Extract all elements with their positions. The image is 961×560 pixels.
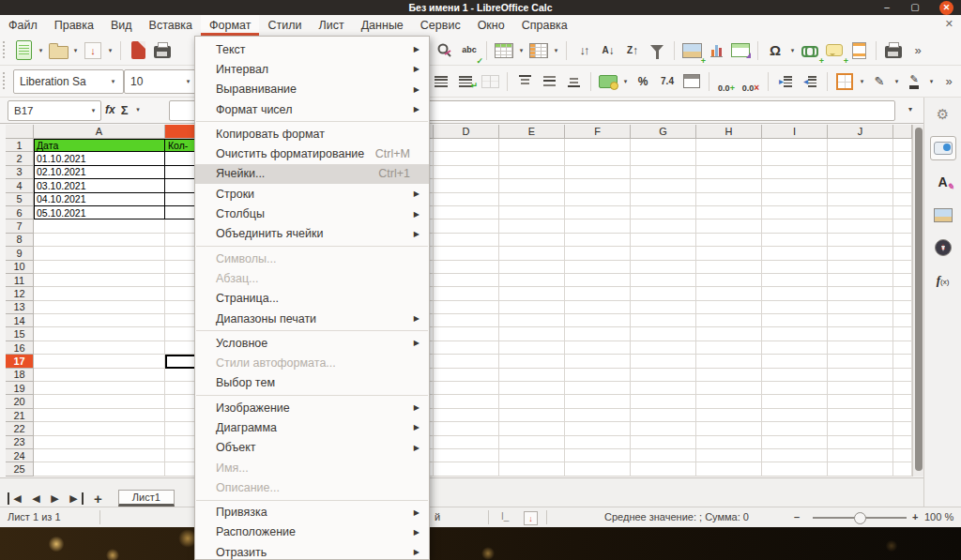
formula-bar-expand[interactable]: ▾ bbox=[908, 105, 912, 114]
cell-E24[interactable] bbox=[499, 449, 565, 462]
save-dropdown-arrow[interactable]: ▾ bbox=[106, 47, 114, 54]
cell-E13[interactable] bbox=[499, 301, 565, 314]
cell-J15[interactable] bbox=[828, 327, 893, 341]
cell-A5[interactable]: 04.10.2021 bbox=[34, 193, 165, 206]
sum-button[interactable]: Σ bbox=[121, 103, 129, 117]
maximize-button[interactable]: ▢ bbox=[908, 1, 922, 14]
font-size-combo[interactable]: 10 ▾ bbox=[124, 69, 199, 94]
currency-dropdown[interactable]: ▾ bbox=[621, 78, 630, 85]
cell-D7[interactable] bbox=[434, 219, 499, 233]
cell-x9[interactable] bbox=[893, 247, 912, 260]
font-name-dropdown[interactable]: ▾ bbox=[109, 78, 117, 85]
cell-G7[interactable] bbox=[631, 219, 696, 233]
add-sheet-button[interactable]: + bbox=[94, 491, 102, 507]
cell-I10[interactable] bbox=[762, 261, 828, 274]
cell-H3[interactable] bbox=[696, 166, 762, 179]
select-all-corner[interactable] bbox=[6, 125, 34, 139]
merge-cells-button[interactable] bbox=[479, 70, 501, 93]
cell-I5[interactable] bbox=[762, 193, 828, 206]
cell-J20[interactable] bbox=[828, 395, 893, 408]
cell-E7[interactable] bbox=[499, 219, 565, 233]
cell-x11[interactable] bbox=[893, 274, 912, 287]
format-menu-item-22[interactable]: Привязка▶ bbox=[195, 503, 429, 522]
row-header-3[interactable]: 3 bbox=[6, 166, 34, 179]
cell-I6[interactable] bbox=[762, 206, 828, 219]
cell-G15[interactable] bbox=[631, 327, 696, 341]
cell-A22[interactable] bbox=[34, 422, 165, 435]
row-header-21[interactable]: 21 bbox=[6, 409, 34, 422]
cell-x6[interactable] bbox=[893, 206, 912, 219]
cell-E8[interactable] bbox=[499, 234, 565, 247]
menubar-item-6[interactable]: Лист bbox=[310, 15, 352, 36]
cell-E3[interactable] bbox=[499, 166, 565, 179]
open-button[interactable] bbox=[47, 39, 69, 62]
cell-J16[interactable] bbox=[828, 341, 893, 355]
cell-I15[interactable] bbox=[762, 327, 828, 341]
autofilter-button[interactable] bbox=[646, 39, 668, 62]
menubar-item-2[interactable]: Вид bbox=[102, 15, 141, 36]
cell-A19[interactable] bbox=[34, 382, 165, 395]
cell-D3[interactable] bbox=[434, 166, 499, 179]
cell-x7[interactable] bbox=[893, 219, 912, 233]
row-header-13[interactable]: 13 bbox=[6, 301, 34, 314]
cell-A6[interactable]: 05.10.2021 bbox=[34, 206, 165, 219]
cell-D6[interactable] bbox=[434, 206, 499, 219]
cell-I19[interactable] bbox=[762, 382, 828, 395]
row-header-14[interactable]: 14 bbox=[6, 314, 34, 327]
insert-image-button[interactable]: + bbox=[680, 39, 703, 62]
cell-H24[interactable] bbox=[696, 449, 762, 462]
cell-H23[interactable] bbox=[696, 436, 762, 449]
row-header-1[interactable]: 1 bbox=[6, 139, 34, 152]
border-style-button[interactable]: ✎ bbox=[868, 70, 891, 93]
cell-I9[interactable] bbox=[762, 247, 828, 260]
cell-J11[interactable] bbox=[828, 274, 893, 287]
save-button[interactable]: ↓ bbox=[82, 39, 104, 62]
cell-A1[interactable]: Дата bbox=[34, 139, 165, 152]
cell-J5[interactable] bbox=[828, 193, 893, 206]
format-menu-item-12[interactable]: Страница... bbox=[195, 289, 429, 309]
cell-D10[interactable] bbox=[434, 261, 499, 274]
cell-E17[interactable] bbox=[499, 355, 565, 368]
print-preview-button[interactable] bbox=[882, 39, 905, 62]
cell-J18[interactable] bbox=[828, 369, 893, 382]
cell-J23[interactable] bbox=[828, 436, 893, 449]
cell-F7[interactable] bbox=[565, 219, 631, 233]
cell-I8[interactable] bbox=[762, 234, 828, 247]
cell-I13[interactable] bbox=[762, 301, 828, 314]
cell-J17[interactable] bbox=[828, 355, 893, 368]
borders-button[interactable] bbox=[833, 70, 856, 93]
format-menu-item-4[interactable]: Копировать формат bbox=[195, 124, 429, 144]
cell-G13[interactable] bbox=[631, 301, 696, 314]
cell-H22[interactable] bbox=[696, 422, 762, 435]
cell-A25[interactable] bbox=[34, 462, 165, 476]
row-header-23[interactable]: 23 bbox=[6, 436, 34, 449]
cell-G18[interactable] bbox=[631, 369, 696, 382]
cell-x3[interactable] bbox=[893, 166, 912, 179]
cell-F19[interactable] bbox=[565, 382, 631, 395]
cell-H20[interactable] bbox=[696, 395, 762, 408]
cell-x23[interactable] bbox=[893, 436, 912, 449]
column-header-I[interactable]: I bbox=[762, 125, 828, 139]
cell-G6[interactable] bbox=[631, 206, 696, 219]
cell-H4[interactable] bbox=[696, 179, 762, 192]
cell-J22[interactable] bbox=[828, 422, 893, 435]
headers-footers-button[interactable] bbox=[847, 39, 870, 62]
toolbar-drag-handle[interactable] bbox=[2, 41, 7, 60]
cell-G2[interactable] bbox=[631, 152, 696, 165]
insert-comment-button[interactable]: + bbox=[823, 39, 846, 62]
cell-A9[interactable] bbox=[34, 247, 165, 260]
special-character-button[interactable]: Ω bbox=[764, 39, 786, 62]
cell-x18[interactable] bbox=[893, 369, 912, 382]
toolbar-more-button[interactable]: » bbox=[907, 39, 929, 62]
cell-x2[interactable] bbox=[893, 152, 912, 165]
cell-J19[interactable] bbox=[828, 382, 893, 395]
cell-G5[interactable] bbox=[631, 193, 696, 206]
last-sheet-button[interactable]: ▶ bbox=[66, 492, 84, 505]
sort-ascending-button[interactable]: A↓ bbox=[597, 39, 619, 62]
cell-A16[interactable] bbox=[34, 341, 165, 355]
cell-F23[interactable] bbox=[565, 436, 631, 449]
cell-D23[interactable] bbox=[434, 436, 499, 449]
cell-E16[interactable] bbox=[499, 341, 565, 355]
cell-G24[interactable] bbox=[631, 449, 696, 462]
cell-A3[interactable]: 02.10.2021 bbox=[34, 166, 165, 179]
